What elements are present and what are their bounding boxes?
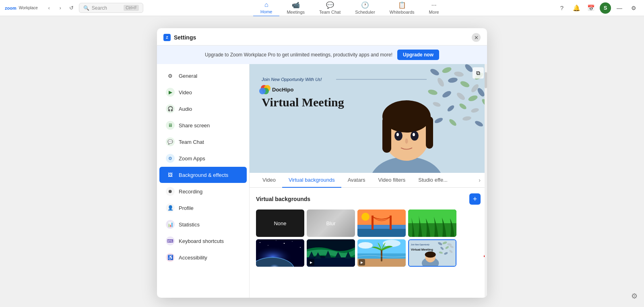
svg-point-41 (413, 133, 415, 136)
svg-point-54 (284, 243, 285, 244)
topbar: zoom Workplace ‹ › ↺ 🔍 Search Ctrl+F ⌂ H… (0, 0, 644, 16)
svg-rect-49 (408, 210, 456, 223)
svg-point-52 (260, 242, 260, 243)
svg-text:Virtual Meeting: Virtual Meeting (262, 95, 344, 109)
audio-icon: 🎧 (166, 104, 175, 113)
tab-home[interactable]: ⌂ Home (253, 0, 279, 17)
modal-title: Z Settings (163, 34, 196, 41)
bg-thumb-space[interactable] (256, 239, 304, 267)
background-effects-icon: 🖼 (166, 170, 175, 179)
tab-meetings-label: Meetings (287, 10, 305, 15)
svg-point-38 (394, 131, 402, 141)
sidebar-item-keyboard-shortcuts[interactable]: ⌨ Keyboard shortcuts (159, 233, 247, 249)
topbar-actions: ? 🔔 📅 S — ⚙ (556, 2, 639, 14)
virtual-backgrounds-section: Virtual backgrounds + None Blur (250, 188, 487, 272)
sidebar-item-audio[interactable]: 🎧 Audio (159, 101, 247, 117)
history-btn[interactable]: ↺ (68, 4, 76, 12)
tab-team-chat-label: Team Chat (319, 10, 341, 15)
upgrade-now-button[interactable]: Upgrade now (397, 50, 439, 60)
bg-row-2: ▶ (256, 239, 481, 267)
window-minimize-btn[interactable]: — (614, 5, 625, 11)
preview-area: Join New Opportunity With Us! DocHipo Vi… (250, 64, 487, 173)
tab-video-filters[interactable]: Video filters (372, 173, 412, 188)
svg-point-40 (396, 133, 399, 136)
svg-text:Join New Opportunity With Us!: Join New Opportunity With Us! (261, 77, 322, 82)
add-background-button[interactable]: + (469, 193, 481, 205)
modal-body: ⚙ General ▶ Video 🎧 Audio 🖥 Share screen… (157, 64, 487, 298)
sidebar-item-profile[interactable]: 👤 Profile (159, 200, 247, 216)
meetings-icon: 📹 (292, 1, 300, 9)
tab-team-chat[interactable]: 💬 Team Chat (312, 0, 348, 16)
search-icon: 🔍 (83, 5, 89, 11)
back-btn[interactable]: ‹ (45, 4, 53, 12)
bg-thumb-grass[interactable] (408, 210, 456, 237)
bg-thumb-aurora[interactable]: ▶ (307, 239, 355, 267)
notifications-btn[interactable]: 🔔 (571, 2, 582, 14)
sidebar-item-team-chat-label: Team Chat (179, 139, 204, 145)
upgrade-text: Upgrade to Zoom Workplace Pro to get unl… (205, 52, 392, 58)
sidebar-item-team-chat[interactable]: 💬 Team Chat (159, 134, 247, 150)
window-settings-btn[interactable]: ⚙ (628, 2, 639, 14)
svg-point-56 (300, 247, 301, 248)
tab-avatars[interactable]: Avatars (341, 173, 372, 188)
svg-rect-68 (381, 249, 382, 261)
svg-point-57 (276, 240, 276, 241)
bg-thumb-beach[interactable]: ▶ (357, 239, 406, 267)
logo-line2: Workplace (19, 6, 38, 10)
tab-scheduler[interactable]: 🕐 Scheduler (348, 0, 382, 16)
svg-rect-44 (357, 229, 406, 237)
user-avatar[interactable]: S (600, 2, 611, 14)
content-tabs: Video Virtual backgrounds Avatars Video … (250, 173, 487, 188)
search-shortcut: Ctrl+F (124, 5, 139, 11)
sidebar-item-share-screen-label: Share screen (179, 122, 210, 129)
sidebar-item-video-label: Video (179, 89, 192, 95)
tab-meetings[interactable]: 📹 Meetings (279, 0, 312, 16)
bg-thumb-blur[interactable]: Blur (307, 210, 355, 237)
sidebar-item-profile-label: Profile (179, 205, 194, 211)
space-preview-svg (256, 239, 304, 267)
calendar-btn[interactable]: 📅 (585, 2, 597, 14)
sidebar-item-accessibility[interactable]: ♿ Accessibility (159, 249, 247, 266)
tab-video[interactable]: Video (256, 173, 282, 188)
help-btn[interactable]: ? (556, 2, 568, 14)
tab-virtual-backgrounds[interactable]: Virtual backgrounds (282, 173, 341, 188)
settings-modal: Z Settings ✕ Upgrade to Zoom Workplace P… (157, 28, 487, 298)
tab-studio-effects[interactable]: Studio effe... (412, 173, 454, 188)
preview-background-svg: Join New Opportunity With Us! DocHipo Vi… (250, 64, 487, 173)
copy-background-button[interactable]: ⧉ (473, 67, 484, 79)
app-logo: zoom Workplace (5, 6, 38, 10)
forward-btn[interactable]: › (56, 4, 64, 12)
sidebar-item-background-effects[interactable]: 🖼 Background & effects (159, 167, 247, 183)
grass-preview-svg (408, 210, 456, 237)
modal-close-button[interactable]: ✕ (472, 33, 481, 42)
whiteboard-icon: 📋 (398, 1, 406, 9)
scroll-thumb (485, 72, 487, 88)
vbg-title: Virtual backgrounds (256, 196, 310, 202)
search-bar[interactable]: 🔍 Search Ctrl+F (79, 3, 143, 13)
sidebar-item-general[interactable]: ⚙ General (159, 68, 247, 84)
bg-thumb-bridge[interactable] (357, 210, 406, 237)
sidebar-item-share-screen[interactable]: 🖥 Share screen (159, 117, 247, 133)
beach-video-indicator: ▶ (359, 259, 365, 266)
sidebar-item-keyboard-shortcuts-label: Keyboard shortcuts (179, 238, 224, 244)
sidebar-item-statistics[interactable]: 📊 Statistics (159, 216, 247, 232)
tab-whiteboards-label: Whiteboards (390, 10, 415, 15)
sidebar-item-video[interactable]: ▶ Video (159, 84, 247, 100)
svg-rect-36 (382, 116, 391, 153)
bg-thumb-meeting-selected[interactable]: Join New Opportunity Virtual Meeting (408, 239, 456, 267)
tabs-scroll-right[interactable]: › (479, 177, 481, 183)
svg-point-67 (383, 240, 400, 247)
logo-line1: zoom (5, 6, 17, 10)
sidebar-item-recording[interactable]: ⏺ Recording (159, 183, 247, 199)
svg-text:Virtual Meeting: Virtual Meeting (411, 248, 433, 251)
scroll-indicator[interactable] (485, 64, 487, 298)
bg-thumb-none[interactable]: None (256, 210, 304, 237)
sidebar-item-zoom-apps-label: Zoom Apps (179, 156, 205, 162)
tab-more-label: More (429, 10, 439, 15)
general-icon: ⚙ (166, 71, 175, 80)
recording-icon: ⏺ (166, 187, 175, 196)
window-settings-gear[interactable]: ⚙ (631, 292, 638, 301)
tab-whiteboards[interactable]: 📋 Whiteboards (382, 0, 422, 16)
tab-more[interactable]: ··· More (422, 0, 446, 16)
sidebar-item-zoom-apps[interactable]: ⚙ Zoom Apps (159, 150, 247, 166)
